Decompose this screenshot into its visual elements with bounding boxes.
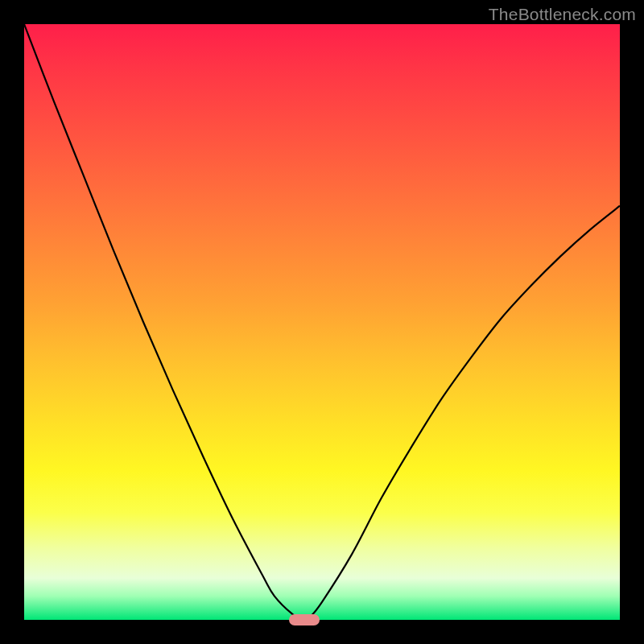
- bottleneck-curve: [24, 24, 620, 620]
- curve-svg: [24, 24, 620, 620]
- optimum-marker: [289, 614, 320, 625]
- chart-container: TheBottleneck.com: [0, 0, 644, 644]
- plot-area: [24, 24, 620, 620]
- watermark-text: TheBottleneck.com: [489, 5, 636, 24]
